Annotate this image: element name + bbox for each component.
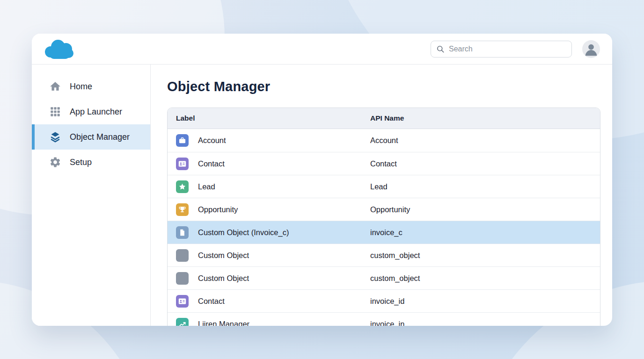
table-row[interactable]: Contact invoice_id xyxy=(168,289,600,312)
object-api-name: invoice_c xyxy=(370,228,402,237)
object-label: Liiren Manager xyxy=(198,320,249,326)
api-name-cell: Contact xyxy=(370,159,600,168)
object-api-name: invoice_id xyxy=(370,297,404,305)
object-label: Contact xyxy=(198,297,225,306)
object-label: Custom Object (Invoice_c) xyxy=(198,228,289,237)
object-api-name: Contact xyxy=(370,159,397,168)
sidebar: Home App Launcher Object Manager Setup xyxy=(32,65,151,326)
app-window: Home App Launcher Object Manager Setup O… xyxy=(32,34,612,326)
api-name-cell: custom_object xyxy=(370,251,600,260)
layers-icon xyxy=(49,131,61,143)
sidebar-item-home[interactable]: Home xyxy=(32,74,150,99)
object-table: Label API Name Account Account Contact C… xyxy=(167,108,600,326)
active-accent-bar xyxy=(32,74,35,99)
column-header-api-name: API Name xyxy=(370,114,600,122)
sidebar-item-object-manager[interactable]: Object Manager xyxy=(32,124,150,150)
table-row[interactable]: Custom Object custom_object xyxy=(168,244,600,266)
object-label: Lead xyxy=(198,182,215,191)
active-accent-bar xyxy=(32,124,35,150)
table-row[interactable]: Contact Contact xyxy=(168,152,600,175)
label-cell: Contact xyxy=(168,158,370,170)
object-label: Custom Object xyxy=(198,251,249,260)
home-icon xyxy=(49,80,61,93)
star-icon xyxy=(176,180,189,193)
table-header: Label API Name xyxy=(168,108,600,129)
sidebar-item-label: App Launcher xyxy=(70,107,122,117)
trophy-icon xyxy=(176,203,189,216)
table-row[interactable]: Opportunity Opportunity xyxy=(168,198,600,221)
object-api-name: invoice_in xyxy=(370,320,404,326)
api-name-cell: Account xyxy=(370,136,600,145)
api-name-cell: invoice_c xyxy=(370,228,600,237)
label-cell: Custom Object (Invoice_c) xyxy=(168,226,370,239)
layers-icon xyxy=(176,272,189,285)
sidebar-item-label: Object Manager xyxy=(70,132,130,142)
app-grid-icon xyxy=(49,106,61,118)
label-cell: Opportunity xyxy=(168,203,370,216)
cloud-logo-icon xyxy=(44,38,75,60)
label-cell: Custom Object xyxy=(168,272,370,285)
table-row[interactable]: Lead Lead xyxy=(168,175,600,198)
page-title: Object Manager xyxy=(167,79,600,94)
sidebar-item-setup[interactable]: Setup xyxy=(32,150,150,175)
object-label: Account xyxy=(198,136,226,145)
label-cell: Liiren Manager xyxy=(168,318,370,326)
api-name-cell: invoice_in xyxy=(370,320,600,326)
trending-up-icon xyxy=(176,318,189,326)
table-row[interactable]: Liiren Manager invoice_in xyxy=(168,312,600,326)
label-cell: Lead xyxy=(168,180,370,193)
briefcase-icon xyxy=(176,134,189,147)
sidebar-item-label: Home xyxy=(70,82,92,92)
table-row[interactable]: Account Account xyxy=(168,129,600,152)
api-name-cell: invoice_id xyxy=(370,297,600,306)
top-bar xyxy=(32,34,612,65)
table-row[interactable]: Custom Object custom_object xyxy=(168,266,600,289)
user-avatar-icon[interactable] xyxy=(582,40,600,58)
label-cell: Custom Object xyxy=(168,249,370,262)
object-api-name: custom_object xyxy=(370,251,420,259)
label-cell: Contact xyxy=(168,295,370,308)
active-accent-bar xyxy=(32,150,35,175)
api-name-cell: custom_object xyxy=(370,274,600,283)
object-api-name: Account xyxy=(370,136,398,144)
api-name-cell: Opportunity xyxy=(370,205,600,214)
table-row[interactable]: Custom Object (Invoice_c) invoice_c xyxy=(168,221,600,244)
sidebar-item-label: Setup xyxy=(70,158,92,167)
object-api-name: custom_object xyxy=(370,274,420,282)
label-cell: Account xyxy=(168,134,370,147)
contact-card-icon xyxy=(176,295,189,308)
object-label: Opportunity xyxy=(198,205,238,214)
api-name-cell: Lead xyxy=(370,182,600,191)
file-icon xyxy=(176,226,189,239)
object-api-name: Opportunity xyxy=(370,205,410,214)
layers-icon xyxy=(176,249,189,262)
object-label: Custom Object xyxy=(198,274,249,283)
contact-card-icon xyxy=(176,158,189,170)
gear-icon xyxy=(49,156,61,168)
column-header-label: Label xyxy=(168,114,370,122)
object-label: Contact xyxy=(198,159,225,168)
object-api-name: Lead xyxy=(370,182,388,191)
main-content: Object Manager Label API Name Account Ac… xyxy=(151,65,612,326)
search-icon xyxy=(436,44,445,54)
search-input[interactable] xyxy=(431,41,572,57)
active-accent-bar xyxy=(32,99,35,124)
sidebar-item-app-launcher[interactable]: App Launcher xyxy=(32,99,150,124)
